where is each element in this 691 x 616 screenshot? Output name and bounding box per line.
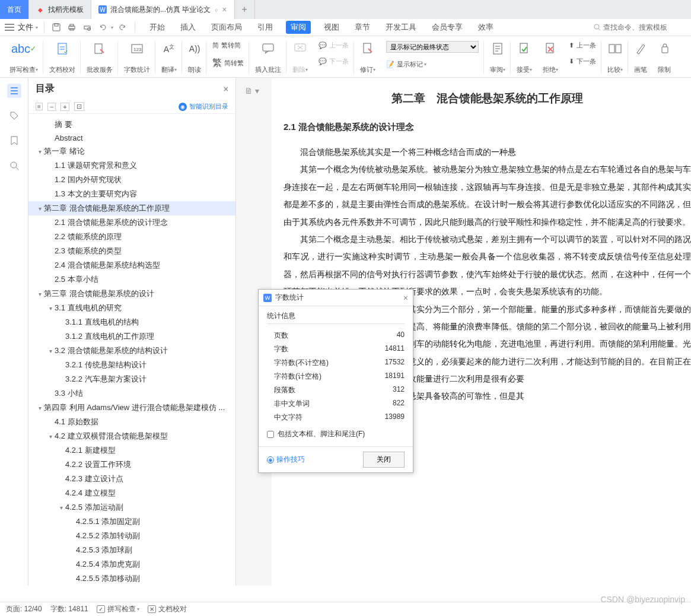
tool-limit[interactable]: 限制 bbox=[653, 41, 676, 74]
ribbon-tab-reference[interactable]: 引用 bbox=[255, 21, 275, 34]
tips-link[interactable]: ◉ 操作技巧 bbox=[267, 455, 305, 465]
outline-item[interactable]: 1.3 本文的主要研究内容 bbox=[28, 187, 235, 201]
outline-item[interactable]: ▾4.2.5 添加运动副 bbox=[28, 500, 235, 515]
tool-doccheck[interactable]: 文档校对 bbox=[44, 41, 81, 74]
outline-item[interactable]: 2.1 混合馈能悬架系统的设计理念 bbox=[28, 215, 235, 230]
outline-item[interactable]: 2.5 本章小结 bbox=[28, 272, 235, 287]
command-search[interactable] bbox=[594, 23, 686, 31]
file-menu[interactable]: 文件 bbox=[18, 22, 33, 33]
rail-search-icon[interactable] bbox=[7, 158, 21, 173]
chevron-down-icon[interactable]: ▾ bbox=[255, 86, 259, 96]
tool-wordcount[interactable]: 123 字数统计 bbox=[119, 41, 155, 74]
ribbon-tab-layout[interactable]: 页面布局 bbox=[209, 21, 244, 34]
outline-item[interactable]: 3.1.2 直线电机的工作原理 bbox=[28, 329, 235, 344]
outline-item[interactable]: 4.2.3 建立设计点 bbox=[28, 472, 235, 486]
next-change[interactable]: ⬇ 下一条 bbox=[569, 57, 596, 66]
print-preview-icon[interactable] bbox=[81, 21, 93, 33]
outline-item[interactable]: 4.2.5.2 添加转动副 bbox=[28, 529, 235, 543]
close-icon[interactable]: × bbox=[403, 293, 408, 303]
outline-item[interactable]: 4.2.5.4 添加虎克副 bbox=[28, 557, 235, 571]
redo-icon[interactable] bbox=[117, 21, 129, 33]
outline-item[interactable]: 1.2 国内外研究现状 bbox=[28, 173, 235, 187]
status-words[interactable]: 字数: 14811 bbox=[50, 604, 88, 614]
outline-item[interactable]: 4.2.2 设置工作环境 bbox=[28, 458, 235, 472]
smart-outline-link[interactable]: ◉ 智能识别目录 bbox=[179, 102, 228, 111]
status-spellcheck[interactable]: ✓ 拼写检查▾ bbox=[97, 604, 139, 614]
outline-item[interactable]: 3.2.2 汽车悬架方案设计 bbox=[28, 372, 235, 386]
ribbon-tab-insert[interactable]: 插入 bbox=[178, 21, 198, 34]
pin-icon[interactable]: ⬨ bbox=[214, 5, 218, 14]
minus-icon[interactable]: − bbox=[47, 103, 56, 111]
outline-item[interactable]: ▾3.2 混合馈能悬架系统的结构设计 bbox=[28, 344, 235, 358]
ribbon-tab-view[interactable]: 视图 bbox=[321, 21, 342, 34]
outline-item[interactable]: ▾3.1 直线电机的研究 bbox=[28, 301, 235, 315]
outline-item[interactable]: 4.2.4 建立模型 bbox=[28, 486, 235, 500]
outline-item[interactable]: 1.1 课题研究背景和意义 bbox=[28, 158, 235, 173]
status-doccheck[interactable]: ✕ 文档校对 bbox=[148, 604, 187, 614]
include-textbox-checkbox[interactable] bbox=[267, 431, 274, 438]
outline-item[interactable]: ▾第四章 利用 Adams/View 进行混合馈能悬架建模仿 ... bbox=[28, 401, 235, 415]
tool-accept[interactable]: 接受▾ bbox=[512, 41, 537, 74]
ribbon-tab-review[interactable]: 审阅 bbox=[286, 21, 311, 34]
tool-reject[interactable]: 拒绝▾ bbox=[538, 41, 563, 74]
tool-revise[interactable]: 修订▾ bbox=[355, 41, 380, 74]
outline-item[interactable]: Abstract bbox=[28, 132, 235, 144]
ribbon-tab-efficiency[interactable]: 效率 bbox=[476, 21, 496, 34]
outline-item[interactable]: 4.2.5.1 添加固定副 bbox=[28, 515, 235, 529]
outline-item[interactable]: 摘 要 bbox=[28, 118, 235, 132]
tab-home[interactable]: 首页 bbox=[0, 0, 29, 19]
tool-insert-comment[interactable]: 插入批注 bbox=[250, 41, 286, 74]
rail-bookmark-icon[interactable] bbox=[7, 134, 21, 148]
outline-item[interactable]: ▾4.2 建立双横臂混合馈能悬架模型 bbox=[28, 429, 235, 443]
rail-outline-icon[interactable] bbox=[7, 84, 21, 98]
outline-item[interactable]: 2.2 馈能系统的原理 bbox=[28, 230, 235, 244]
close-icon[interactable]: × bbox=[224, 84, 228, 94]
outline-item[interactable]: 3.2.1 传统悬架结构设计 bbox=[28, 358, 235, 372]
hamburger-icon[interactable] bbox=[5, 24, 14, 31]
tab-document[interactable]: W 混合馈能悬架的...仿真 毕业论文 ⬨ × bbox=[91, 0, 235, 19]
close-icon[interactable]: × bbox=[222, 5, 227, 14]
tool-compare[interactable]: 比较▾ bbox=[603, 41, 628, 74]
outline-item[interactable]: 4.2.5.3 添加球副 bbox=[28, 543, 235, 557]
status-page[interactable]: 页面: 12/40 bbox=[6, 604, 42, 614]
outline-item[interactable]: 3.3 小结 bbox=[28, 386, 235, 401]
expand-icon[interactable]: ⊡ bbox=[74, 102, 84, 111]
ribbon-tab-devtools[interactable]: 开发工具 bbox=[383, 21, 419, 34]
tool-brush[interactable]: 画笔 bbox=[629, 41, 652, 74]
search-input[interactable] bbox=[603, 23, 686, 31]
tool-to-trad[interactable]: 繁 简转繁 bbox=[212, 57, 244, 69]
ribbon-tab-member[interactable]: 会员专享 bbox=[429, 21, 465, 34]
tool-delete-comment[interactable]: 删除▾ bbox=[288, 41, 313, 74]
tool-translate[interactable]: A文 翻译▾ bbox=[157, 41, 182, 74]
outline-item[interactable]: ▾第三章 混合馈能悬架系统的设计 bbox=[28, 287, 235, 301]
tab-new[interactable]: + bbox=[235, 0, 255, 19]
outline-item[interactable]: ▾第一章 绪论 bbox=[28, 144, 235, 158]
prev-comment[interactable]: 💬 上一条 bbox=[319, 41, 349, 50]
display-mark[interactable]: 📝 显示标记▾ bbox=[386, 60, 479, 69]
tool-review[interactable]: 审阅▾ bbox=[485, 41, 511, 74]
tool-approve[interactable]: 批改服务 bbox=[82, 41, 118, 74]
outline-item[interactable]: 3.1.1 直线电机的结构 bbox=[28, 315, 235, 329]
outline-item[interactable]: 4.2.1 新建模型 bbox=[28, 443, 235, 458]
ribbon-tab-start[interactable]: 开始 bbox=[147, 21, 167, 34]
print-icon[interactable] bbox=[66, 21, 78, 33]
tool-to-simp[interactable]: 简 繁转简 bbox=[212, 41, 244, 50]
page-doc-icon[interactable]: 🗎 bbox=[244, 86, 253, 96]
tool-spellcheck[interactable]: abc✓ 拼写检查▾ bbox=[5, 41, 43, 74]
close-button[interactable]: 关闭 bbox=[363, 452, 405, 468]
display-state-select[interactable]: 显示标记的最终状态 bbox=[386, 41, 479, 53]
outline-item[interactable]: ▾第二章 混合馈能悬架系统的工作原理 bbox=[28, 201, 235, 215]
save-icon[interactable] bbox=[50, 21, 62, 33]
outline-item[interactable]: 2.3 馈能系统的类型 bbox=[28, 244, 235, 258]
ribbon-tab-chapter[interactable]: 章节 bbox=[352, 21, 372, 34]
tool-read[interactable]: A)) 朗读 bbox=[183, 41, 206, 74]
tab-template[interactable]: ◆ 找稻壳模板 bbox=[29, 0, 91, 19]
collapse-icon[interactable]: ≡ bbox=[36, 103, 43, 110]
rail-tag-icon[interactable] bbox=[7, 109, 21, 123]
outline-item[interactable]: 4.1 原始数据 bbox=[28, 415, 235, 429]
outline-item[interactable]: 4.2.5.5 添加移动副 bbox=[28, 571, 235, 586]
undo-icon[interactable] bbox=[97, 21, 109, 33]
plus-icon[interactable]: + bbox=[60, 103, 69, 111]
outline-item[interactable]: 2.4 混合馈能悬架系统结构选型 bbox=[28, 258, 235, 272]
next-comment[interactable]: 💬 下一条 bbox=[319, 57, 349, 66]
